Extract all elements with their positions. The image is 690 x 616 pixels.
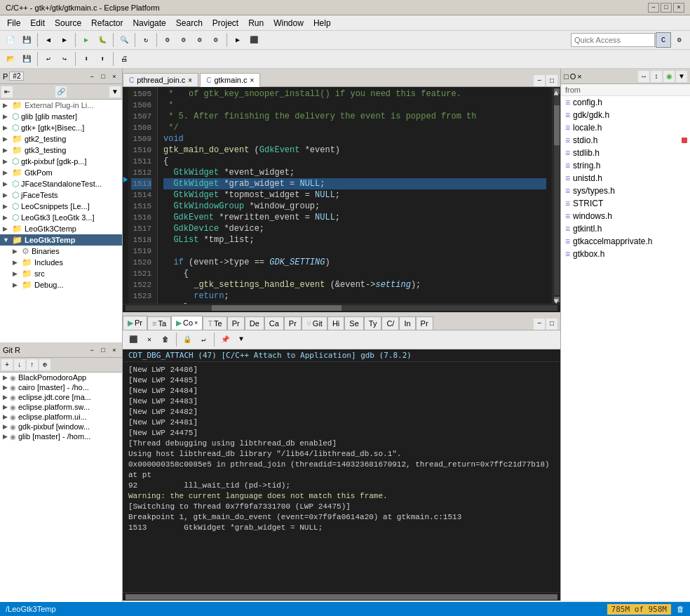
git-repositories-list[interactable]: ▶ ◉ BlackPomodoroApp ▶ ◉ cairo [master] … bbox=[0, 373, 122, 602]
git-repo-eclipse-platform-sw[interactable]: ▶ ◉ eclipse.platform.sw... bbox=[0, 402, 122, 412]
open-btn[interactable]: 📂 bbox=[3, 51, 18, 67]
tree-item-gtk3[interactable]: ▶ 📁 gtk3_testing bbox=[0, 145, 122, 156]
git-minimize-btn[interactable]: − bbox=[87, 345, 97, 355]
memory-usage[interactable]: 785M of 958M bbox=[607, 604, 671, 615]
undo-btn[interactable]: ↩ bbox=[41, 51, 56, 67]
close-button[interactable]: × bbox=[673, 3, 684, 13]
console-remove-btn[interactable]: ✕ bbox=[142, 332, 157, 347]
include-gtkbox-h[interactable]: ≡ gtkbox.h bbox=[561, 248, 690, 260]
collapse-all-btn[interactable]: ⇤ bbox=[1, 86, 13, 98]
refresh-button[interactable]: ↻ bbox=[138, 32, 154, 48]
git-repo-blackpomodo[interactable]: ▶ ◉ BlackPomodoroApp bbox=[0, 373, 122, 382]
menu-window[interactable]: Window bbox=[269, 17, 308, 29]
menu-refactor[interactable]: Refactor bbox=[87, 17, 127, 29]
tree-item-gtkpom[interactable]: ▶ 📁 GtkPom bbox=[0, 167, 122, 178]
tree-item-jface-standalone[interactable]: ▶ ⬡ JFaceStandaloneTest... bbox=[0, 178, 122, 189]
bottom-tab-hi[interactable]: Hi bbox=[327, 316, 344, 330]
h-scroll-track[interactable] bbox=[126, 305, 557, 311]
tab-pthread-close[interactable]: × bbox=[188, 76, 192, 84]
include-gtkaccel-h[interactable]: ≡ gtkaccelmapprivate.h bbox=[561, 235, 690, 248]
bottom-panel-minimize[interactable]: − bbox=[534, 319, 545, 330]
back-button[interactable]: ◀ bbox=[41, 32, 56, 48]
tree-item-src[interactable]: ▶ 📁 src bbox=[0, 268, 122, 279]
tree-item-binaries[interactable]: ▶ ⚙ Binaries bbox=[0, 246, 122, 257]
link-editor-btn[interactable]: 🔗 bbox=[55, 86, 67, 98]
bottom-tab-de[interactable]: De bbox=[245, 316, 264, 330]
includes-sort-btn[interactable]: ↕ bbox=[651, 71, 662, 82]
menu-source[interactable]: Source bbox=[50, 17, 86, 29]
perspective-btn1[interactable]: C bbox=[656, 32, 671, 48]
tb-btn-extra2[interactable]: ⚙ bbox=[176, 32, 191, 48]
includes-filter-btn[interactable]: ◉ bbox=[663, 71, 675, 82]
code-content[interactable]: 1505 1506 1507 1508 1509 1510 1511 1512 … bbox=[123, 87, 560, 304]
git-repo-eclipse-platform-ui[interactable]: ▶ ◉ eclipse.platform.ui... bbox=[0, 412, 122, 422]
bottom-tab-co-close[interactable]: × bbox=[194, 319, 198, 326]
scroll-thumb[interactable] bbox=[554, 105, 560, 145]
console-scrollbar[interactable] bbox=[123, 592, 560, 601]
include-locale-h[interactable]: ≡ locale.h bbox=[561, 121, 690, 134]
tree-item-leogtk3ctemp[interactable]: ▶ 📁 LeoGtk3Ctemp bbox=[0, 223, 122, 234]
bottom-tab-pr4[interactable]: Pr bbox=[416, 316, 433, 330]
bottom-panel-maximize[interactable]: □ bbox=[546, 319, 557, 330]
memory-gc-icon[interactable]: 🗑 bbox=[677, 605, 684, 613]
tb-btn-extra5[interactable]: ▶ bbox=[230, 32, 245, 48]
git-repo-glib[interactable]: ▶ ◉ glib [master] - /hom... bbox=[0, 431, 122, 441]
scroll-down-btn[interactable]: ▼ bbox=[554, 297, 560, 302]
tree-item-debug[interactable]: ▶ 📁 Debug... bbox=[0, 279, 122, 290]
include-stdio-h[interactable]: ≡ stdio.h bbox=[561, 134, 690, 147]
bottom-tab-git[interactable]: ⑂ Git bbox=[302, 316, 327, 330]
h-scroll-thumb[interactable] bbox=[212, 305, 341, 311]
bottom-tab-in[interactable]: In bbox=[399, 316, 415, 330]
panel-alt-tab[interactable]: #2 bbox=[9, 72, 24, 81]
include-gtkintl-h[interactable]: ≡ gtkintl.h bbox=[561, 222, 690, 235]
menu-search[interactable]: Search bbox=[172, 17, 207, 29]
menu-navigate[interactable]: Navigate bbox=[128, 17, 170, 29]
git-close-btn[interactable]: × bbox=[109, 345, 119, 355]
include-strict[interactable]: ≡ STRICT bbox=[561, 197, 690, 210]
bottom-tab-co[interactable]: ▶ Co × bbox=[171, 316, 203, 330]
scroll-up-btn[interactable]: ▲ bbox=[554, 88, 560, 94]
quick-access-input[interactable] bbox=[571, 33, 655, 47]
console-scroll-track[interactable] bbox=[126, 594, 557, 600]
editor-maximize-btn[interactable]: □ bbox=[546, 75, 557, 86]
tree-item-glib[interactable]: ▶ ⬡ glib [glib master] bbox=[0, 111, 122, 122]
bottom-tab-ca[interactable]: Ca bbox=[264, 316, 284, 330]
prev-annot-btn[interactable]: ⬆ bbox=[95, 51, 110, 67]
include-stdlib-h[interactable]: ≡ stdlib.h bbox=[561, 147, 690, 159]
tb-btn-extra6[interactable]: ⬛ bbox=[246, 32, 262, 48]
tab-gtkmain-close[interactable]: × bbox=[250, 76, 255, 84]
bottom-tab-pr2[interactable]: Pr bbox=[227, 316, 245, 330]
maximize-button[interactable]: □ bbox=[661, 3, 672, 13]
vertical-scrollbar[interactable]: ▲ ▼ bbox=[552, 87, 560, 304]
scroll-track[interactable] bbox=[554, 95, 560, 295]
menu-project[interactable]: Project bbox=[208, 17, 243, 29]
view-menu-btn[interactable]: ▼ bbox=[109, 86, 121, 98]
bottom-tab-pr1[interactable]: ▶ Pr bbox=[123, 316, 147, 330]
save-all-btn[interactable]: 💾 bbox=[19, 51, 34, 67]
bottom-tab-te[interactable]: T Te bbox=[203, 316, 226, 330]
includes-menu-btn[interactable]: ▼ bbox=[676, 71, 687, 82]
tree-item-gtkpixbuf[interactable]: ▶ ⬡ gtk-pixbuf [gdk-p...] bbox=[0, 156, 122, 167]
console-stop-btn[interactable]: ⬛ bbox=[126, 332, 141, 347]
git-repo-eclipse-jdt[interactable]: ▶ ◉ eclipse.jdt.core [ma... bbox=[0, 392, 122, 402]
run-button[interactable]: ▶ bbox=[79, 32, 94, 48]
git-repo-cairo[interactable]: ▶ ◉ cairo [master] - /ho... bbox=[0, 382, 122, 392]
new-button[interactable]: 📄 bbox=[3, 32, 18, 48]
tree-item-jface[interactable]: ▶ ⬡ jFaceTests bbox=[0, 189, 122, 201]
menu-help[interactable]: Help bbox=[309, 17, 335, 29]
close-panel-btn[interactable]: × bbox=[109, 72, 119, 81]
bottom-tab-ty[interactable]: Ty bbox=[364, 316, 382, 330]
perspective-btn2[interactable]: ⚙ bbox=[672, 32, 687, 48]
tb-btn-extra4[interactable]: ⚙ bbox=[208, 32, 224, 48]
maximize-panel-btn[interactable]: □ bbox=[98, 72, 108, 81]
editor-horizontal-scrollbar[interactable] bbox=[123, 304, 560, 312]
code-lines[interactable]: * of gtk_key_snooper_install() if you ne… bbox=[158, 87, 552, 304]
console-word-wrap-btn[interactable]: ↵ bbox=[196, 332, 211, 347]
include-config-h[interactable]: ≡ config.h bbox=[561, 96, 690, 109]
git-maximize-btn[interactable]: □ bbox=[98, 345, 108, 355]
tree-item-includes[interactable]: ▶ 📁 Includes bbox=[0, 257, 122, 268]
editor-minimize-btn[interactable]: − bbox=[534, 75, 545, 86]
search-button[interactable]: 🔍 bbox=[116, 32, 132, 48]
tree-item-leogtk3[interactable]: ▶ ⬡ LeoGtk3 [LeoGtk 3...] bbox=[0, 212, 122, 223]
tree-item-gtk[interactable]: ▶ ⬡ gtk+ [gtk+|Bisec...] bbox=[0, 122, 122, 133]
